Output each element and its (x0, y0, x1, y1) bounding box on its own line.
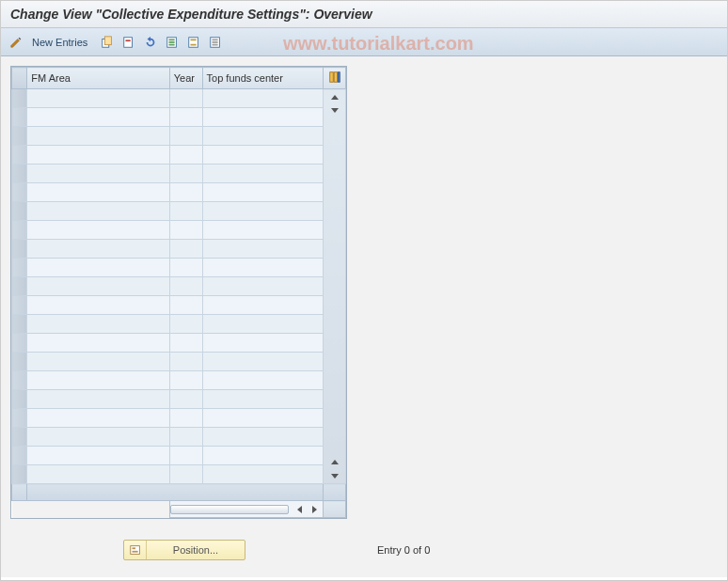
column-header-year[interactable]: Year (169, 68, 202, 89)
cell-year[interactable] (169, 127, 202, 146)
cell-top-funds-center[interactable] (202, 221, 324, 240)
cell-fm-area[interactable] (27, 240, 169, 259)
scroll-down-button-bottom[interactable] (328, 469, 341, 482)
cell-top-funds-center[interactable] (202, 146, 324, 165)
cell-year[interactable] (169, 240, 202, 259)
scroll-up-button[interactable] (328, 90, 341, 103)
column-header-top-funds-center[interactable]: Top funds center (202, 68, 324, 89)
cell-top-funds-center[interactable] (202, 277, 324, 296)
undo-change-icon[interactable] (141, 33, 160, 52)
cell-fm-area[interactable] (27, 146, 169, 165)
cell-year[interactable] (169, 202, 202, 221)
cell-year[interactable] (169, 371, 202, 390)
select-block-icon[interactable] (184, 33, 203, 52)
cell-top-funds-center[interactable] (202, 108, 324, 127)
hscroll-thumb[interactable] (170, 505, 290, 514)
configure-columns-icon[interactable] (324, 68, 346, 89)
row-selector[interactable] (12, 127, 27, 146)
horizontal-scrollbar[interactable] (169, 501, 324, 518)
cell-top-funds-center[interactable] (202, 447, 324, 465)
cell-top-funds-center[interactable] (202, 165, 324, 183)
row-selector[interactable] (12, 277, 27, 296)
cell-fm-area[interactable] (27, 447, 169, 465)
cell-top-funds-center[interactable] (202, 240, 324, 259)
cell-year[interactable] (169, 108, 202, 127)
cell-top-funds-center[interactable] (202, 127, 324, 146)
cell-fm-area[interactable] (27, 296, 169, 315)
cell-top-funds-center[interactable] (202, 371, 324, 390)
row-selector[interactable] (12, 409, 27, 428)
cell-fm-area[interactable] (27, 165, 169, 183)
row-selector[interactable] (12, 353, 27, 371)
row-selector[interactable] (12, 465, 27, 484)
position-button[interactable]: Position... (123, 540, 245, 560)
cell-year[interactable] (169, 465, 202, 484)
row-selector[interactable] (12, 296, 27, 315)
row-selector[interactable] (12, 447, 27, 465)
cell-year[interactable] (169, 277, 202, 296)
cell-top-funds-center[interactable] (202, 259, 324, 277)
row-selector[interactable] (12, 108, 27, 127)
cell-fm-area[interactable] (27, 259, 169, 277)
row-selector[interactable] (12, 240, 27, 259)
cell-top-funds-center[interactable] (202, 202, 324, 221)
cell-fm-area[interactable] (27, 277, 169, 296)
row-selector[interactable] (12, 315, 27, 334)
copy-as-icon[interactable] (98, 33, 117, 52)
cell-top-funds-center[interactable] (202, 353, 324, 371)
row-selector[interactable] (12, 428, 27, 447)
scroll-up-button-bottom[interactable] (328, 456, 341, 469)
row-selector[interactable] (12, 183, 27, 202)
cell-fm-area[interactable] (27, 221, 169, 240)
cell-fm-area[interactable] (27, 371, 169, 390)
row-selector[interactable] (12, 390, 27, 409)
new-entries-button[interactable]: New Entries (28, 35, 95, 50)
cell-fm-area[interactable] (27, 390, 169, 409)
cell-top-funds-center[interactable] (202, 89, 324, 108)
cell-top-funds-center[interactable] (202, 315, 324, 334)
row-selector[interactable] (12, 371, 27, 390)
scroll-down-button[interactable] (328, 104, 341, 118)
cell-fm-area[interactable] (27, 428, 169, 447)
row-selector[interactable] (12, 334, 27, 353)
cell-year[interactable] (169, 221, 202, 240)
cell-year[interactable] (169, 390, 202, 409)
cell-year[interactable] (169, 334, 202, 353)
cell-top-funds-center[interactable] (202, 296, 324, 315)
row-selector[interactable] (12, 146, 27, 165)
cell-fm-area[interactable] (27, 334, 169, 353)
scroll-right-button[interactable] (308, 503, 321, 516)
toggle-display-change-icon[interactable] (7, 33, 25, 52)
row-selector[interactable] (12, 165, 27, 183)
row-selector[interactable] (12, 259, 27, 277)
cell-top-funds-center[interactable] (202, 334, 324, 353)
cell-top-funds-center[interactable] (202, 390, 324, 409)
row-selector-header[interactable] (12, 68, 27, 89)
cell-year[interactable] (169, 259, 202, 277)
cell-top-funds-center[interactable] (202, 409, 324, 428)
cell-top-funds-center[interactable] (202, 465, 324, 484)
cell-year[interactable] (169, 165, 202, 183)
cell-fm-area[interactable] (27, 183, 169, 202)
cell-fm-area[interactable] (27, 202, 169, 221)
delete-icon[interactable] (119, 33, 138, 52)
cell-fm-area[interactable] (27, 127, 169, 146)
cell-year[interactable] (169, 296, 202, 315)
cell-year[interactable] (169, 89, 202, 108)
cell-year[interactable] (169, 409, 202, 428)
row-selector-footer[interactable] (12, 484, 27, 501)
cell-fm-area[interactable] (27, 353, 169, 371)
vertical-scrollbar[interactable] (324, 89, 346, 484)
cell-fm-area[interactable] (27, 409, 169, 428)
column-header-fm-area[interactable]: FM Area (27, 68, 169, 89)
cell-year[interactable] (169, 353, 202, 371)
cell-year[interactable] (169, 146, 202, 165)
cell-top-funds-center[interactable] (202, 428, 324, 447)
cell-year[interactable] (169, 428, 202, 447)
scroll-left-button[interactable] (293, 503, 306, 516)
select-all-icon[interactable] (163, 33, 182, 52)
row-selector[interactable] (12, 221, 27, 240)
cell-fm-area[interactable] (27, 89, 169, 108)
cell-year[interactable] (169, 315, 202, 334)
cell-top-funds-center[interactable] (202, 183, 324, 202)
